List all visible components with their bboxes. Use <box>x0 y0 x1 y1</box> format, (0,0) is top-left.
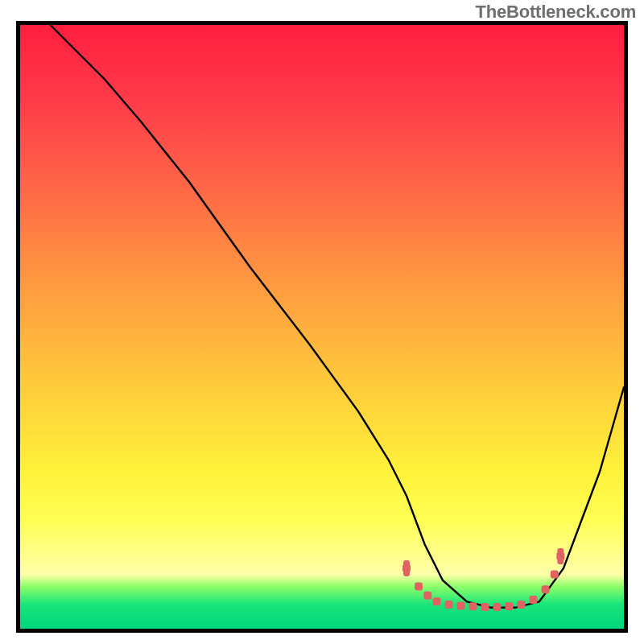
flat-marker <box>542 585 550 593</box>
watermark-text: TheBottleneck.com <box>475 2 636 23</box>
chart-stage: TheBottleneck.com <box>0 0 644 644</box>
flat-marker <box>551 571 559 579</box>
flat-marker <box>493 603 502 611</box>
flat-marker-end <box>403 560 410 576</box>
plot-frame <box>16 21 628 633</box>
flat-marker <box>518 601 526 609</box>
flat-marker <box>415 583 423 591</box>
flat-marker <box>423 592 431 600</box>
flat-marker <box>433 597 441 605</box>
flat-marker <box>469 602 477 610</box>
flat-marker <box>457 602 465 610</box>
flat-marker <box>530 596 538 604</box>
flat-marker <box>506 602 514 610</box>
flat-marker <box>481 603 489 611</box>
flat-marker-end <box>557 548 564 564</box>
flat-marker <box>445 601 453 609</box>
curve-overlay <box>20 25 624 629</box>
bottleneck-curve <box>51 25 625 608</box>
